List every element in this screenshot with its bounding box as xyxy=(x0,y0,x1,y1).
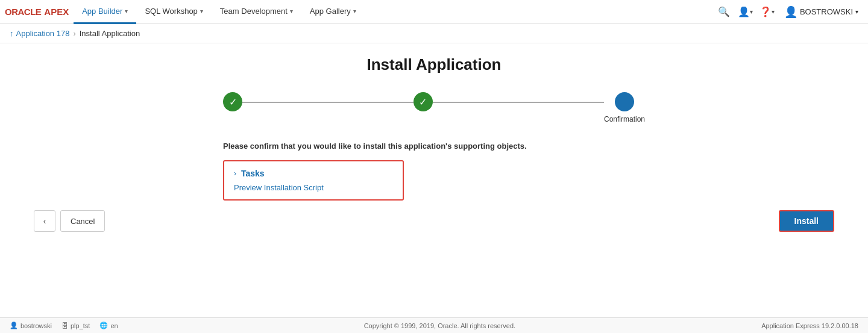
user-menu-button[interactable]: 👤 BOSTROWSKI ▾ xyxy=(779,5,863,19)
tasks-box: › Tasks Preview Installation Script xyxy=(223,160,404,201)
breadcrumb-separator: › xyxy=(73,29,75,38)
step-3-label: Confirmation xyxy=(604,115,645,123)
progress-steps: ✓ ✓ Confirmation xyxy=(223,92,645,123)
top-nav: ORACLE APEX App Builder ▾ SQL Workshop ▾… xyxy=(0,0,868,24)
step-connector-2 xyxy=(433,102,604,103)
footer-schema: plp_tst xyxy=(71,322,90,329)
footer-lang-icon: 🌐 xyxy=(99,322,108,329)
sql-workshop-arrow-icon: ▾ xyxy=(200,8,203,14)
nav-right: 🔍 👤 ▾ ❓ ▾ 👤 BOSTROWSKI ▾ xyxy=(714,2,863,22)
action-left: ‹ Cancel xyxy=(34,210,105,232)
user-avatar-icon: 👤 xyxy=(784,5,797,19)
user-arrow-icon: ▾ xyxy=(855,8,858,15)
search-icon: 🔍 xyxy=(718,6,730,17)
footer-version: Application Express 19.2.0.00.18 xyxy=(761,322,858,329)
person-icon: 👤 xyxy=(738,6,750,17)
tasks-title: Tasks xyxy=(241,169,265,178)
back-icon: ‹ xyxy=(43,216,46,226)
main-content: Install Application ✓ ✓ Confirmation Ple… xyxy=(0,43,868,317)
breadcrumb: ↑ Application 178 › Install Application xyxy=(0,24,868,43)
footer-left: 👤 bostrowski 🗄 plp_tst 🌐 en xyxy=(10,322,118,329)
footer-schema-icon: 🗄 xyxy=(61,322,68,329)
confirm-text: Please confirm that you would like to in… xyxy=(223,142,645,151)
user-name: BOSTROWSKI xyxy=(800,7,853,16)
tasks-expand-icon: › xyxy=(234,169,236,178)
person-menu-button[interactable]: 👤 ▾ xyxy=(736,2,755,22)
step-2: ✓ xyxy=(414,92,433,111)
help-icon: ❓ xyxy=(760,6,772,17)
step-connector-1 xyxy=(242,102,414,103)
step-1-circle: ✓ xyxy=(223,92,242,111)
app-builder-arrow-icon: ▾ xyxy=(125,8,128,14)
footer-user-icon: 👤 xyxy=(10,322,18,329)
footer-user-item: 👤 bostrowski xyxy=(10,322,52,329)
team-dev-arrow-icon: ▾ xyxy=(290,8,293,14)
nav-tab-app-gallery[interactable]: App Gallery ▾ xyxy=(301,0,365,24)
person-arrow-icon: ▾ xyxy=(750,8,753,15)
nav-tab-sql-workshop[interactable]: SQL Workshop ▾ xyxy=(136,0,211,24)
page-title: Install Application xyxy=(367,55,502,74)
apex-text: APEX xyxy=(44,7,69,17)
footer-schema-item: 🗄 plp_tst xyxy=(61,322,90,329)
footer: 👤 bostrowski 🗄 plp_tst 🌐 en Copyright © … xyxy=(0,317,868,333)
cancel-button[interactable]: Cancel xyxy=(60,210,105,232)
help-button[interactable]: ❓ ▾ xyxy=(758,2,777,22)
install-button[interactable]: Install xyxy=(779,210,834,232)
nav-tabs: App Builder ▾ SQL Workshop ▾ Team Develo… xyxy=(74,0,365,24)
footer-lang-item: 🌐 en xyxy=(99,322,118,329)
back-button[interactable]: ‹ xyxy=(34,210,55,232)
nav-tab-team-development-label: Team Development xyxy=(220,7,288,16)
breadcrumb-current: Install Application xyxy=(80,29,140,38)
nav-tab-sql-workshop-label: SQL Workshop xyxy=(145,7,197,16)
action-row: ‹ Cancel Install xyxy=(10,201,858,241)
step-1: ✓ xyxy=(223,92,242,111)
breadcrumb-up-icon: ↑ xyxy=(10,29,14,38)
help-arrow-icon: ▾ xyxy=(772,8,775,15)
app-gallery-arrow-icon: ▾ xyxy=(353,8,356,14)
step-2-circle: ✓ xyxy=(414,92,433,111)
oracle-logo: ORACLE APEX xyxy=(5,7,69,17)
footer-user: bostrowski xyxy=(20,322,52,329)
nav-tab-app-builder-label: App Builder xyxy=(82,7,122,16)
footer-lang: en xyxy=(110,322,118,329)
tasks-header[interactable]: › Tasks xyxy=(234,169,393,178)
footer-copyright: Copyright © 1999, 2019, Oracle. All righ… xyxy=(364,322,515,329)
nav-tab-app-builder[interactable]: App Builder ▾ xyxy=(74,0,136,24)
nav-tab-app-gallery-label: App Gallery xyxy=(310,7,351,16)
search-button[interactable]: 🔍 xyxy=(714,2,734,22)
step-3-circle xyxy=(615,92,634,111)
oracle-text: ORACLE xyxy=(5,7,41,17)
preview-installation-script-link[interactable]: Preview Installation Script xyxy=(234,183,324,192)
breadcrumb-parent-link[interactable]: Application 178 xyxy=(16,29,70,38)
nav-tab-team-development[interactable]: Team Development ▾ xyxy=(212,0,301,24)
step-3: Confirmation xyxy=(604,92,645,123)
